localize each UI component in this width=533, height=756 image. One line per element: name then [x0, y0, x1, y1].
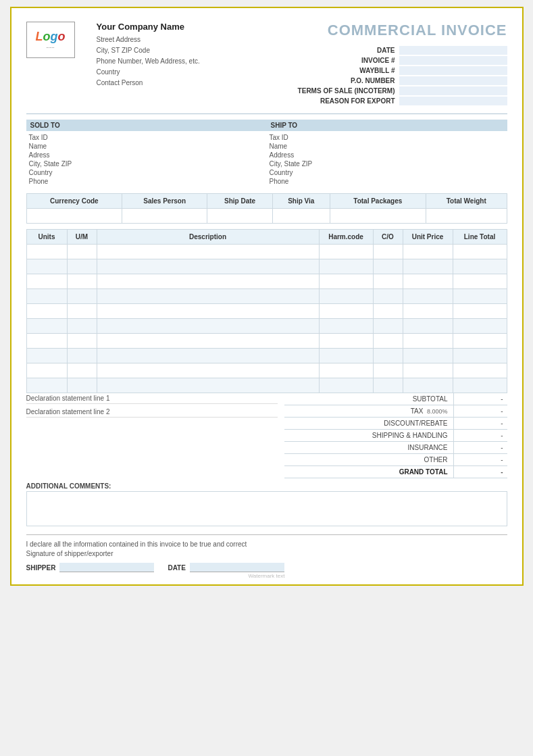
line-item-cell[interactable]	[26, 334, 67, 349]
watermark: Watermark text	[249, 573, 285, 579]
line-item-cell[interactable]	[453, 334, 507, 349]
line-item-cell[interactable]	[453, 274, 507, 289]
shipper-signature-line[interactable]	[59, 563, 154, 572]
line-item-cell[interactable]	[453, 245, 507, 259]
sold-taxid-label: Tax ID	[29, 134, 83, 141]
line-item-cell[interactable]	[403, 319, 453, 334]
line-item-cell[interactable]	[67, 334, 97, 349]
line-item-cell[interactable]	[403, 349, 453, 363]
sold-city-value[interactable]	[83, 160, 264, 168]
line-item-cell[interactable]	[453, 378, 507, 393]
ship-city-value[interactable]	[324, 160, 505, 168]
line-item-cell[interactable]	[373, 245, 403, 259]
date-value[interactable]	[399, 46, 507, 55]
line-item-cell[interactable]	[67, 274, 97, 289]
line-item-cell[interactable]	[319, 245, 373, 259]
line-item-cell[interactable]	[453, 289, 507, 304]
ship-phone-value[interactable]	[324, 178, 505, 185]
line-item-cell[interactable]	[373, 378, 403, 393]
ship-total-weight[interactable]	[426, 209, 507, 224]
line-item-cell[interactable]	[97, 319, 319, 334]
line-item-cell[interactable]	[319, 304, 373, 319]
line-item-cell[interactable]	[319, 319, 373, 334]
line-item-cell[interactable]	[403, 334, 453, 349]
line-item-cell[interactable]	[403, 304, 453, 319]
col-harmcode: Harm.code	[319, 230, 373, 245]
line-item-cell[interactable]	[403, 245, 453, 259]
line-item-cell[interactable]	[67, 378, 97, 393]
line-item-cell[interactable]	[373, 319, 403, 334]
sold-name-value[interactable]	[83, 143, 264, 150]
line-item-cell[interactable]	[67, 319, 97, 334]
line-item-cell[interactable]	[67, 259, 97, 274]
line-item-cell[interactable]	[403, 259, 453, 274]
line-item-cell[interactable]	[67, 363, 97, 378]
ship-total-packages[interactable]	[330, 209, 426, 224]
line-item-cell[interactable]	[453, 259, 507, 274]
line-item-cell[interactable]	[373, 349, 403, 363]
waybill-value[interactable]	[399, 66, 507, 75]
line-item-cell[interactable]	[453, 349, 507, 363]
line-item-cell[interactable]	[373, 289, 403, 304]
sold-taxid-value[interactable]	[83, 134, 264, 141]
ship-via[interactable]	[272, 209, 330, 224]
line-item-cell[interactable]	[26, 319, 67, 334]
line-item-cell[interactable]	[67, 245, 97, 259]
line-item-cell[interactable]	[403, 274, 453, 289]
line-item-cell[interactable]	[97, 259, 319, 274]
line-item-cell[interactable]	[26, 363, 67, 378]
line-item-cell[interactable]	[453, 363, 507, 378]
sold-phone-value[interactable]	[83, 178, 264, 185]
line-item-cell[interactable]	[26, 349, 67, 363]
line-item-cell[interactable]	[373, 274, 403, 289]
line-item-cell[interactable]	[453, 319, 507, 334]
line-item-cell[interactable]	[67, 289, 97, 304]
line-item-cell[interactable]	[97, 274, 319, 289]
line-item-cell[interactable]	[97, 245, 319, 259]
line-item-cell[interactable]	[319, 363, 373, 378]
line-item-cell[interactable]	[26, 304, 67, 319]
line-item-cell[interactable]	[26, 245, 67, 259]
line-item-cell[interactable]	[373, 363, 403, 378]
line-item-cell[interactable]	[319, 378, 373, 393]
line-item-cell[interactable]	[67, 349, 97, 363]
sold-address-value[interactable]	[83, 151, 264, 159]
line-item-cell[interactable]	[373, 304, 403, 319]
line-item-cell[interactable]	[319, 334, 373, 349]
terms-value[interactable]	[399, 86, 507, 95]
line-item-cell[interactable]	[26, 274, 67, 289]
date-signature-line[interactable]	[190, 563, 284, 572]
ship-taxid-value[interactable]	[324, 134, 505, 141]
ship-date[interactable]	[207, 209, 273, 224]
line-item-cell[interactable]	[97, 334, 319, 349]
ship-address-value[interactable]	[324, 151, 505, 159]
line-item-cell[interactable]	[97, 304, 319, 319]
ship-sales-person[interactable]	[122, 209, 207, 224]
line-item-cell[interactable]	[319, 259, 373, 274]
line-item-cell[interactable]	[403, 289, 453, 304]
line-item-cell[interactable]	[26, 259, 67, 274]
line-item-cell[interactable]	[97, 349, 319, 363]
reason-value[interactable]	[399, 97, 507, 105]
line-item-cell[interactable]	[97, 378, 319, 393]
line-item-cell[interactable]	[97, 363, 319, 378]
line-item-cell[interactable]	[97, 289, 319, 304]
line-item-cell[interactable]	[319, 289, 373, 304]
line-item-cell[interactable]	[453, 304, 507, 319]
line-item-cell[interactable]	[319, 349, 373, 363]
line-item-cell[interactable]	[403, 363, 453, 378]
line-item-cell[interactable]	[373, 334, 403, 349]
line-item-cell[interactable]	[26, 289, 67, 304]
sold-country-value[interactable]	[83, 169, 264, 176]
ship-currency-code[interactable]	[26, 209, 122, 224]
line-item-cell[interactable]	[26, 378, 67, 393]
po-value[interactable]	[399, 76, 507, 85]
ship-country-value[interactable]	[324, 169, 505, 176]
line-item-cell[interactable]	[319, 274, 373, 289]
invoice-num-value[interactable]	[399, 56, 507, 65]
line-item-cell[interactable]	[403, 378, 453, 393]
line-item-cell[interactable]	[67, 304, 97, 319]
ship-name-value[interactable]	[324, 143, 505, 150]
comments-box[interactable]	[26, 491, 507, 526]
line-item-cell[interactable]	[373, 259, 403, 274]
